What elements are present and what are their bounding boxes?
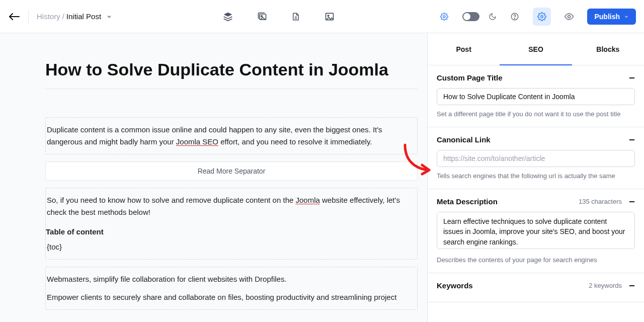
section-canonical-link: Canonical Link Tells search engines that… bbox=[428, 127, 644, 189]
help-button[interactable] bbox=[506, 8, 524, 26]
back-button[interactable] bbox=[8, 11, 20, 23]
paragraph[interactable]: Webmasters, simplify file collaboration … bbox=[46, 273, 417, 285]
read-more-separator[interactable]: Read More Separator bbox=[45, 162, 418, 181]
layers-icon[interactable] bbox=[223, 12, 233, 22]
content-block[interactable]: Webmasters, simplify file collaboration … bbox=[45, 267, 418, 310]
minus-icon bbox=[629, 75, 635, 81]
eye-icon bbox=[564, 12, 574, 22]
section-keywords: Keywords 2 keywords bbox=[428, 273, 644, 302]
collapse-button[interactable] bbox=[629, 75, 635, 81]
paragraph[interactable]: So, if you need to know how to solve and… bbox=[46, 194, 417, 218]
settings-sidebar: Post SEO Blocks Custom Page Title Set a … bbox=[428, 33, 644, 322]
svg-point-7 bbox=[443, 16, 445, 18]
help-icon bbox=[510, 12, 519, 21]
section-title: Custom Page Title bbox=[437, 73, 503, 82]
divider bbox=[28, 10, 29, 24]
minus-icon bbox=[629, 199, 635, 205]
chevron-down-icon[interactable] bbox=[106, 14, 112, 20]
character-count: 135 characters bbox=[579, 198, 622, 205]
topbar: History / Initial Post bbox=[0, 0, 644, 33]
underlined-term: Joomla SEO bbox=[176, 137, 218, 146]
toc-shortcode[interactable]: {toc} bbox=[46, 241, 417, 253]
publish-label: Publish bbox=[594, 13, 620, 21]
preview-button[interactable] bbox=[560, 8, 578, 26]
field-hint: Set a different page title if you do not… bbox=[437, 110, 635, 118]
main: How to Solve Duplicate Content in Joomla… bbox=[0, 33, 644, 322]
section-title: Canonical Link bbox=[437, 135, 491, 144]
tab-post[interactable]: Post bbox=[428, 33, 500, 65]
paragraph[interactable]: Empower clients to securely share and co… bbox=[46, 291, 417, 303]
gear-icon bbox=[537, 12, 546, 21]
canonical-link-input[interactable] bbox=[437, 150, 635, 167]
svg-point-9 bbox=[515, 18, 515, 19]
field-hint: Tells search engines that the following … bbox=[437, 172, 635, 180]
editor-inner: How to Solve Duplicate Content in Joomla… bbox=[45, 33, 418, 310]
gear-icon bbox=[440, 13, 448, 21]
section-title: Meta Description bbox=[437, 197, 498, 206]
section-meta-description: Meta Description 135 characters Describe… bbox=[428, 189, 644, 273]
arrow-left-icon bbox=[9, 13, 20, 20]
settings-small-button[interactable] bbox=[435, 8, 453, 26]
svg-point-2 bbox=[261, 15, 263, 17]
breadcrumb[interactable]: History / Initial Post bbox=[37, 12, 112, 21]
custom-page-title-input[interactable] bbox=[437, 88, 635, 105]
document-icon[interactable] bbox=[291, 12, 300, 22]
tab-blocks[interactable]: Blocks bbox=[572, 33, 644, 65]
topbar-left: History / Initial Post bbox=[8, 10, 112, 24]
section-title: Keywords bbox=[437, 281, 473, 290]
svg-point-6 bbox=[328, 15, 329, 16]
publish-button[interactable]: Publish bbox=[587, 9, 636, 25]
svg-rect-1 bbox=[260, 14, 266, 20]
tab-seo[interactable]: SEO bbox=[500, 33, 572, 65]
breadcrumb-sep: / bbox=[62, 12, 64, 21]
moon-icon bbox=[489, 13, 497, 21]
content-block[interactable]: Duplicate content is a common issue onli… bbox=[45, 117, 418, 154]
toolbar bbox=[223, 12, 335, 22]
settings-panel-button[interactable] bbox=[533, 8, 551, 26]
collapse-button[interactable] bbox=[629, 199, 635, 205]
breadcrumb-history: History bbox=[37, 12, 60, 21]
topbar-right: Publish bbox=[435, 8, 636, 26]
image-icon[interactable] bbox=[325, 12, 335, 22]
minus-icon bbox=[629, 137, 635, 143]
minus-icon bbox=[629, 283, 635, 289]
chevron-down-icon bbox=[624, 14, 629, 19]
section-custom-page-title: Custom Page Title Set a different page t… bbox=[428, 65, 644, 127]
content-block[interactable]: So, if you need to know how to solve and… bbox=[45, 188, 418, 260]
svg-point-10 bbox=[541, 15, 543, 18]
editor-canvas[interactable]: How to Solve Duplicate Content in Joomla… bbox=[0, 33, 428, 322]
field-hint: Describes the contents of your page for … bbox=[437, 256, 635, 264]
post-title[interactable]: How to Solve Duplicate Content in Joomla bbox=[45, 59, 418, 89]
sidebar-tabs: Post SEO Blocks bbox=[428, 33, 644, 65]
collapse-button[interactable] bbox=[629, 137, 635, 143]
svg-point-11 bbox=[568, 15, 571, 18]
dark-mode-toggle[interactable] bbox=[462, 12, 479, 21]
gallery-icon[interactable] bbox=[257, 12, 267, 22]
paragraph[interactable]: Duplicate content is a common issue onli… bbox=[46, 124, 417, 148]
toc-heading[interactable]: Table of content bbox=[46, 227, 417, 236]
collapse-button[interactable] bbox=[629, 283, 635, 289]
breadcrumb-current: Initial Post bbox=[66, 12, 101, 21]
meta-description-textarea[interactable] bbox=[437, 212, 635, 249]
keyword-count: 2 keywords bbox=[589, 282, 622, 289]
underlined-term: Joomla bbox=[295, 196, 319, 204]
